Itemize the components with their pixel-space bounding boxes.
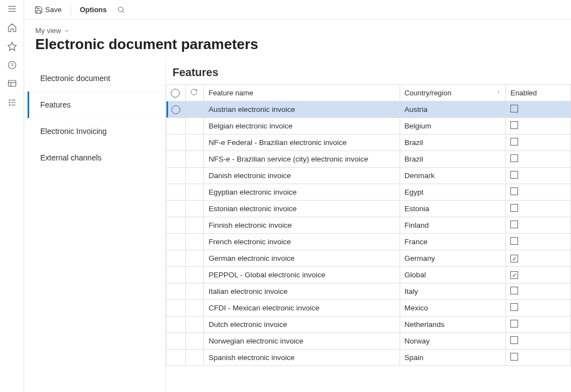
- favorites-icon[interactable]: [7, 41, 18, 52]
- table-row[interactable]: Austrian electronic invoiceAustria: [166, 101, 571, 118]
- enabled-checkbox[interactable]: [510, 121, 518, 129]
- enabled-checkbox[interactable]: [510, 221, 518, 228]
- column-header-enabled[interactable]: Enabled: [506, 85, 571, 101]
- cell-feature-name[interactable]: NF-e Federal - Brazilian electronic invo…: [204, 135, 400, 151]
- cell-select[interactable]: [166, 151, 186, 168]
- cell-select[interactable]: [166, 350, 186, 366]
- cell-country[interactable]: Mexico: [400, 300, 506, 316]
- enabled-checkbox[interactable]: [510, 105, 518, 112]
- cell-select[interactable]: [166, 135, 186, 151]
- table-row[interactable]: Dutch electronic invoiceNetherlands: [166, 316, 571, 333]
- cell-feature-name[interactable]: Spanish electronic invoice: [204, 350, 400, 366]
- cell-country[interactable]: Finland: [400, 217, 506, 234]
- enabled-checkbox[interactable]: [510, 138, 518, 146]
- cell-feature-name[interactable]: PEPPOL - Global electronic invoice: [204, 267, 400, 283]
- cell-country[interactable]: Germany: [400, 250, 506, 267]
- cell-feature-name[interactable]: German electronic invoice: [204, 250, 400, 267]
- table-row[interactable]: Spanish electronic invoiceSpain: [166, 350, 571, 366]
- cell-select[interactable]: [166, 267, 186, 283]
- cell-country[interactable]: Italy: [400, 283, 506, 300]
- cell-country[interactable]: France: [400, 234, 506, 250]
- cell-country[interactable]: Egypt: [400, 184, 506, 201]
- section-item-external-channels[interactable]: External channels: [28, 144, 165, 171]
- cell-feature-name[interactable]: NFS-e - Brazilian service (city) electro…: [204, 151, 400, 168]
- table-row[interactable]: NF-e Federal - Brazilian electronic invo…: [166, 135, 571, 151]
- cell-select[interactable]: [166, 333, 186, 350]
- column-header-refresh[interactable]: [186, 85, 204, 101]
- column-header-select[interactable]: [166, 85, 186, 101]
- cell-feature-name[interactable]: Danish electronic invoice: [204, 168, 400, 184]
- enabled-checkbox[interactable]: [510, 154, 518, 162]
- view-selector[interactable]: My view: [35, 26, 70, 35]
- section-item-electronic-document[interactable]: Electronic document: [28, 65, 165, 92]
- cell-country[interactable]: Brazil: [400, 135, 506, 151]
- cell-select[interactable]: [166, 118, 186, 135]
- enabled-checkbox[interactable]: [510, 171, 518, 179]
- options-button[interactable]: Options: [76, 2, 111, 18]
- cell-country[interactable]: Global: [400, 267, 506, 283]
- cell-select[interactable]: [166, 184, 186, 201]
- table-row[interactable]: Danish electronic invoiceDenmark: [166, 168, 571, 184]
- table-row[interactable]: Egyptian electronic invoiceEgypt: [166, 184, 571, 201]
- select-all-checkbox[interactable]: [171, 89, 180, 98]
- enabled-checkbox[interactable]: [510, 271, 518, 279]
- cell-feature-name[interactable]: Estonian electronic invoice: [204, 201, 400, 217]
- cell-feature-name[interactable]: Egyptian electronic invoice: [204, 184, 400, 201]
- cell-country[interactable]: Denmark: [400, 168, 506, 184]
- cell-country[interactable]: Austria: [400, 101, 506, 118]
- modules-icon[interactable]: [7, 97, 18, 108]
- cell-feature-name[interactable]: Dutch electronic invoice: [204, 316, 400, 333]
- enabled-checkbox[interactable]: [510, 204, 518, 212]
- hamburger-icon[interactable]: [7, 3, 18, 14]
- column-header-feature-name[interactable]: Feature name: [204, 85, 400, 101]
- enabled-checkbox[interactable]: [510, 336, 518, 344]
- table-row[interactable]: Estonian electronic invoiceEstonia: [166, 201, 571, 217]
- cell-select[interactable]: [166, 201, 186, 217]
- table-row[interactable]: Italian electronic invoiceItaly: [166, 283, 571, 300]
- cell-select[interactable]: [166, 300, 186, 316]
- table-row[interactable]: CFDI - Mexican electronic invoiceMexico: [166, 300, 571, 316]
- cell-feature-name[interactable]: Italian electronic invoice: [204, 283, 400, 300]
- cell-select[interactable]: [166, 250, 186, 267]
- cell-country[interactable]: Netherlands: [400, 316, 506, 333]
- cell-country[interactable]: Estonia: [400, 201, 506, 217]
- cell-select[interactable]: [166, 283, 186, 300]
- cell-country[interactable]: Brazil: [400, 151, 506, 168]
- save-button[interactable]: Save: [30, 2, 66, 18]
- home-icon[interactable]: [7, 22, 18, 33]
- cell-feature-name[interactable]: Belgian electronic invoice: [204, 118, 400, 135]
- enabled-checkbox[interactable]: [510, 303, 518, 311]
- table-row[interactable]: Norwegian electronic invoiceNorway: [166, 333, 571, 350]
- enabled-checkbox[interactable]: [510, 237, 518, 245]
- search-button[interactable]: [114, 2, 129, 18]
- cell-select[interactable]: [166, 217, 186, 234]
- column-header-country[interactable]: Country/region ↑: [400, 85, 506, 101]
- section-item-features[interactable]: Features: [28, 92, 165, 118]
- cell-country[interactable]: Belgium: [400, 118, 506, 135]
- cell-feature-name[interactable]: Norwegian electronic invoice: [204, 333, 400, 350]
- cell-select[interactable]: [166, 234, 186, 250]
- refresh-icon[interactable]: [190, 88, 198, 96]
- enabled-checkbox[interactable]: [510, 287, 518, 294]
- cell-feature-name[interactable]: Austrian electronic invoice: [204, 101, 400, 118]
- workspaces-icon[interactable]: [7, 78, 18, 89]
- cell-feature-name[interactable]: CFDI - Mexican electronic invoice: [204, 300, 400, 316]
- table-row[interactable]: Finnish electronic invoiceFinland: [166, 217, 571, 234]
- enabled-checkbox[interactable]: [510, 255, 518, 262]
- table-row[interactable]: French electronic invoiceFrance: [166, 234, 571, 250]
- table-row[interactable]: NFS-e - Brazilian service (city) electro…: [166, 151, 571, 168]
- table-row[interactable]: PEPPOL - Global electronic invoiceGlobal: [166, 267, 571, 283]
- enabled-checkbox[interactable]: [510, 353, 518, 361]
- recent-icon[interactable]: [7, 60, 18, 71]
- cell-feature-name[interactable]: French electronic invoice: [204, 234, 400, 250]
- table-row[interactable]: German electronic invoiceGermany: [166, 250, 571, 267]
- table-row[interactable]: Belgian electronic invoiceBelgium: [166, 118, 571, 135]
- cell-select[interactable]: [166, 101, 186, 118]
- cell-feature-name[interactable]: Finnish electronic invoice: [204, 217, 400, 234]
- cell-country[interactable]: Spain: [400, 350, 506, 366]
- cell-select[interactable]: [166, 316, 186, 333]
- row-select-checkbox[interactable]: [171, 105, 180, 114]
- cell-country[interactable]: Norway: [400, 333, 506, 350]
- cell-select[interactable]: [166, 168, 186, 184]
- enabled-checkbox[interactable]: [510, 320, 518, 327]
